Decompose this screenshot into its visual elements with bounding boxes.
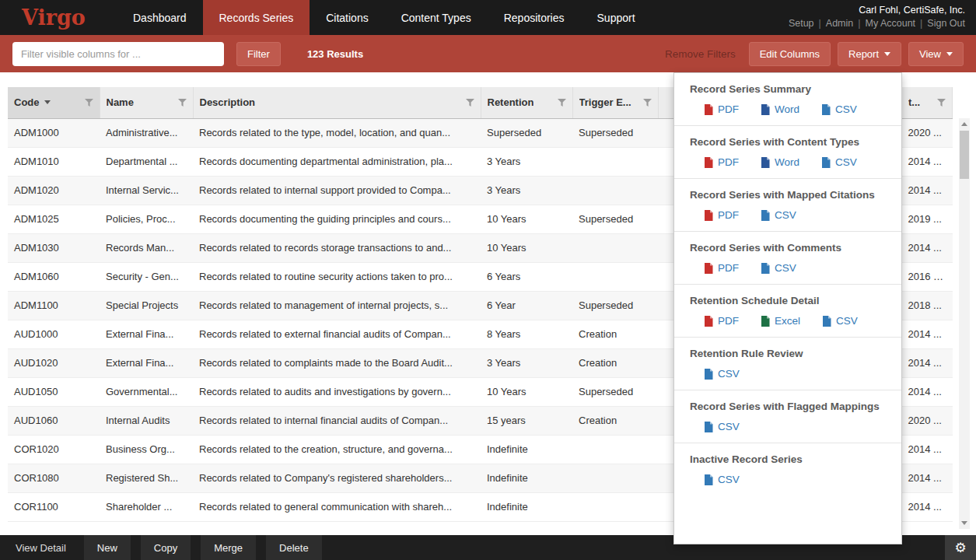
nav-item-records-series[interactable]: Records Series bbox=[203, 0, 310, 35]
csv-file-icon bbox=[704, 369, 713, 380]
scroll-down-icon[interactable] bbox=[961, 521, 967, 525]
pdf-export-link[interactable]: PDF bbox=[704, 209, 739, 221]
csv-export-link[interactable]: CSV bbox=[821, 156, 857, 168]
admin-link[interactable]: Admin bbox=[826, 18, 853, 29]
cell-name: Administrative... bbox=[100, 118, 193, 147]
report-menu-section: Record Series with Flagged MappingsCSV bbox=[674, 390, 901, 443]
csv-file-icon bbox=[704, 474, 713, 485]
column-header-t[interactable]: t... bbox=[902, 87, 953, 118]
pdf-export-link[interactable]: PDF bbox=[704, 262, 739, 274]
sign-out-link[interactable]: Sign Out bbox=[927, 18, 965, 29]
export-link-label: PDF bbox=[718, 156, 739, 168]
view-detail-button[interactable]: View Detail bbox=[8, 535, 74, 560]
export-link-label: Word bbox=[775, 103, 799, 115]
cell-edit-date: 2014 ... bbox=[902, 464, 953, 492]
top-bar: Virgo DashboardRecords SeriesCitationsCo… bbox=[0, 0, 976, 35]
cell-code: ADM1030 bbox=[8, 233, 100, 262]
report-section-title: Retention Schedule Detail bbox=[690, 295, 887, 306]
report-menu: Record Series SummaryPDFWordCSVRecord Se… bbox=[673, 72, 902, 544]
filter-icon[interactable] bbox=[466, 99, 474, 107]
cell-name: External Fina... bbox=[100, 320, 193, 348]
column-header-retention[interactable]: Retention bbox=[481, 87, 572, 118]
cell-edit-date: 2014 ... bbox=[902, 377, 953, 406]
filter-icon[interactable] bbox=[178, 99, 187, 107]
cell-code: COR1100 bbox=[8, 492, 100, 521]
cell-name: Internal Audits bbox=[100, 406, 193, 435]
export-link-label: CSV bbox=[835, 156, 857, 168]
cell-name: External Fina... bbox=[100, 348, 193, 377]
report-section-title: Record Series Summary bbox=[690, 83, 887, 95]
nav-item-dashboard[interactable]: Dashboard bbox=[117, 0, 203, 35]
cell-name: Policies, Proc... bbox=[100, 205, 193, 233]
csv-file-icon bbox=[821, 104, 831, 115]
report-section-title: Record Series with Content Types bbox=[690, 136, 887, 148]
nav-item-repositories[interactable]: Repositories bbox=[488, 0, 581, 35]
column-header-code[interactable]: Code bbox=[8, 87, 100, 118]
remove-filters-button[interactable]: Remove Filters bbox=[665, 48, 736, 60]
export-link-label: CSV bbox=[718, 474, 740, 485]
cell-name: Internal Servic... bbox=[100, 176, 193, 205]
nav-item-citations[interactable]: Citations bbox=[310, 0, 384, 35]
csv-export-link[interactable]: CSV bbox=[761, 262, 796, 274]
report-dropdown-button[interactable]: Report bbox=[838, 42, 901, 66]
pdf-export-link[interactable]: PDF bbox=[704, 315, 739, 327]
report-menu-section: Inactive Record SeriesCSV bbox=[674, 443, 901, 495]
delete-button[interactable]: Delete bbox=[266, 535, 322, 560]
filter-icon[interactable] bbox=[643, 99, 652, 107]
cell-edit-date: 2014 ... bbox=[902, 435, 953, 464]
cell-description: Records related to routine security acti… bbox=[193, 262, 481, 291]
export-link-label: CSV bbox=[835, 103, 857, 115]
column-header-name[interactable]: Name bbox=[100, 87, 193, 118]
cell-description: Records related to complaints made to th… bbox=[193, 348, 481, 377]
word-export-link[interactable]: Word bbox=[761, 156, 799, 168]
pdf-export-link[interactable]: PDF bbox=[704, 103, 739, 115]
filter-icon[interactable] bbox=[937, 99, 946, 107]
column-header-description[interactable]: Description bbox=[193, 87, 481, 118]
csv-export-link[interactable]: CSV bbox=[704, 474, 740, 485]
nav-item-support[interactable]: Support bbox=[581, 0, 652, 35]
cell-name: Special Projects bbox=[100, 291, 193, 320]
scroll-up-icon[interactable] bbox=[961, 122, 967, 126]
cell-code: ADM1060 bbox=[8, 262, 100, 291]
cell-name: Records Man... bbox=[100, 233, 193, 262]
csv-export-link[interactable]: CSV bbox=[704, 421, 740, 432]
cell-trigger-event: Creation bbox=[572, 320, 658, 348]
column-header-trigger-e[interactable]: Trigger E... bbox=[572, 87, 658, 118]
cell-code: ADM1020 bbox=[8, 176, 100, 205]
cell-edit-date: 2014 ... bbox=[902, 320, 953, 348]
report-section-title: Record Series with Comments bbox=[690, 242, 887, 254]
copy-button[interactable]: Copy bbox=[141, 535, 191, 560]
csv-export-link[interactable]: CSV bbox=[704, 368, 740, 380]
cell-description: Records related to the type, model, loca… bbox=[193, 118, 481, 147]
my-account-link[interactable]: My Account bbox=[865, 18, 915, 29]
cell-retention: Indefinite bbox=[481, 435, 572, 464]
csv-export-link[interactable]: CSV bbox=[761, 209, 796, 221]
export-link-label: PDF bbox=[718, 209, 739, 221]
cell-description: Records documenting departmental adminis… bbox=[193, 147, 481, 176]
csv-export-link[interactable]: CSV bbox=[822, 315, 858, 327]
view-dropdown-button[interactable]: View bbox=[908, 42, 964, 66]
excel-export-link[interactable]: Excel bbox=[761, 315, 800, 327]
settings-button[interactable] bbox=[945, 535, 976, 560]
csv-file-icon bbox=[761, 263, 770, 274]
merge-button[interactable]: Merge bbox=[201, 535, 256, 560]
edit-columns-button[interactable]: Edit Columns bbox=[749, 42, 831, 66]
csv-export-link[interactable]: CSV bbox=[821, 103, 857, 115]
filter-input[interactable] bbox=[12, 42, 224, 66]
cell-description: Records related to records storage trans… bbox=[193, 233, 481, 262]
setup-link[interactable]: Setup bbox=[789, 18, 814, 29]
report-menu-section: Retention Rule ReviewCSV bbox=[674, 338, 901, 390]
table-scrollbar[interactable] bbox=[959, 118, 970, 529]
report-dropdown-label: Report bbox=[848, 48, 879, 60]
cell-edit-date: 2014 ... bbox=[902, 147, 953, 176]
cell-edit-date: 2014 ... bbox=[902, 233, 953, 262]
pdf-export-link[interactable]: PDF bbox=[704, 156, 739, 168]
word-export-link[interactable]: Word bbox=[761, 103, 799, 115]
cell-code: COR1080 bbox=[8, 464, 100, 492]
filter-icon[interactable] bbox=[558, 99, 566, 107]
scrollbar-thumb[interactable] bbox=[960, 131, 969, 179]
filter-icon[interactable] bbox=[85, 99, 93, 107]
nav-item-content-types[interactable]: Content Types bbox=[385, 0, 488, 35]
new-button[interactable]: New bbox=[84, 535, 131, 560]
filter-button[interactable]: Filter bbox=[236, 42, 281, 66]
